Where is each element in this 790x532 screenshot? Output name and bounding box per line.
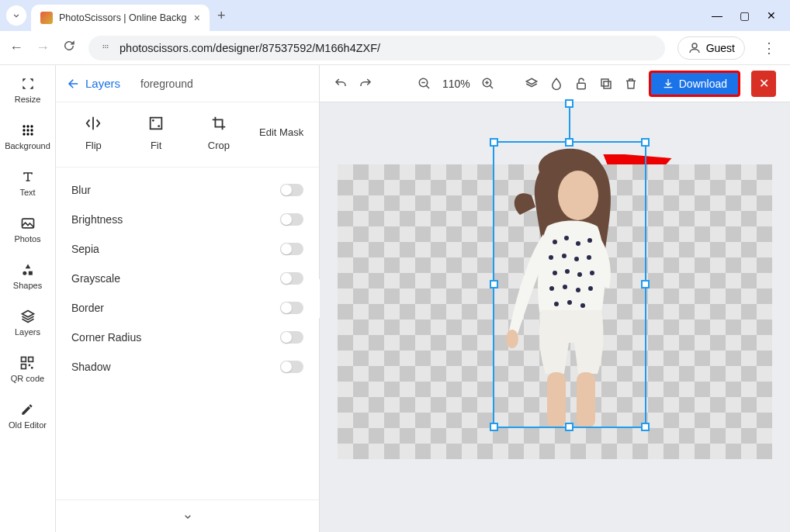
- iconbar-qrcode[interactable]: QR code: [11, 355, 44, 383]
- shapes-icon: [20, 262, 36, 278]
- tool-flip[interactable]: Flip: [68, 115, 118, 151]
- toggle-grayscale[interactable]: [280, 272, 303, 285]
- profile-button[interactable]: Guest: [677, 36, 745, 60]
- toggle-brightness[interactable]: [280, 213, 303, 226]
- panel-expand-button[interactable]: [56, 499, 319, 532]
- text-icon: [20, 169, 36, 185]
- droplet-icon: [549, 77, 563, 91]
- trash-icon: [624, 77, 638, 91]
- browser-tab[interactable]: PhotoScissors | Online Backg ×: [31, 5, 210, 31]
- iconbar-text[interactable]: Text: [19, 169, 35, 197]
- redo-button[interactable]: [359, 77, 372, 91]
- new-tab-button[interactable]: +: [217, 8, 226, 24]
- zoom-out-icon: [418, 77, 431, 91]
- tool-crop[interactable]: Crop: [194, 115, 244, 151]
- reload-icon: [62, 39, 76, 53]
- close-icon[interactable]: ×: [194, 12, 200, 24]
- chevron-down-icon: [182, 510, 194, 523]
- maximize-button[interactable]: ▢: [740, 9, 750, 22]
- back-button[interactable]: ←: [9, 40, 23, 56]
- canvas-toolbar: 110% Download ✕: [320, 65, 790, 102]
- svg-point-19: [152, 119, 154, 122]
- duplicate-button[interactable]: [599, 77, 613, 91]
- resize-handle-tr[interactable]: [641, 138, 650, 147]
- svg-point-1: [23, 125, 25, 127]
- tab-title: PhotoScissors | Online Backg: [59, 12, 188, 23]
- iconbar-background[interactable]: Background: [5, 123, 50, 150]
- iconbar-resize[interactable]: Resize: [15, 76, 41, 104]
- selection-box[interactable]: [493, 141, 646, 428]
- minimize-button[interactable]: —: [712, 9, 722, 22]
- arrow-left-icon: [67, 77, 81, 91]
- toggle-corner-radius[interactable]: [280, 331, 303, 344]
- svg-rect-15: [22, 364, 26, 369]
- svg-point-3: [30, 125, 33, 127]
- resize-handle-bm[interactable]: [565, 423, 573, 431]
- svg-point-6: [30, 129, 33, 131]
- svg-point-0: [692, 43, 697, 48]
- grid-icon: [20, 123, 36, 138]
- browser-address-bar: ← → photoscissors.com/designer/87537592/…: [0, 31, 790, 65]
- image-icon: [20, 216, 36, 231]
- svg-point-8: [26, 133, 29, 135]
- close-editor-button[interactable]: ✕: [751, 71, 776, 97]
- resize-handle-tl[interactable]: [490, 138, 498, 147]
- resize-handle-br[interactable]: [641, 423, 650, 431]
- favicon-icon: [40, 12, 53, 24]
- iconbar-old-editor[interactable]: Old Editor: [9, 402, 47, 430]
- toggle-shadow[interactable]: [280, 361, 303, 373]
- canvas-checker[interactable]: [338, 164, 772, 459]
- opacity-button[interactable]: [549, 77, 563, 91]
- adjust-brightness: Brightness: [71, 205, 303, 234]
- svg-rect-17: [31, 367, 33, 369]
- rotate-handle[interactable]: [565, 99, 573, 108]
- svg-rect-12: [28, 271, 32, 275]
- undo-button[interactable]: [334, 77, 348, 91]
- forward-button[interactable]: →: [36, 40, 50, 56]
- url-input[interactable]: photoscissors.com/designer/87537592/M166…: [88, 36, 665, 60]
- svg-rect-14: [29, 358, 33, 362]
- resize-handle-bl[interactable]: [490, 423, 498, 431]
- back-to-layers-link[interactable]: Layers: [67, 77, 120, 91]
- download-icon: [662, 78, 674, 90]
- resize-icon: [20, 76, 36, 92]
- svg-rect-25: [601, 79, 608, 86]
- redo-icon: [359, 77, 372, 91]
- zoom-in-button[interactable]: [481, 77, 495, 91]
- svg-rect-13: [22, 358, 26, 362]
- crop-icon: [210, 115, 227, 132]
- chevron-down-icon: [11, 10, 22, 21]
- svg-rect-18: [151, 118, 162, 130]
- iconbar-layers[interactable]: Layers: [15, 309, 40, 337]
- close-window-button[interactable]: ✕: [767, 9, 776, 22]
- svg-rect-24: [604, 81, 611, 88]
- adjust-corner-radius: Corner Radius: [71, 323, 303, 352]
- site-settings-icon[interactable]: [99, 40, 112, 55]
- tool-edit-mask[interactable]: Edit Mask: [257, 115, 307, 151]
- properties-panel: Layers foreground Flip Fit Crop Edit Mas…: [56, 65, 320, 532]
- zoom-out-button[interactable]: [418, 77, 431, 91]
- undo-icon: [334, 77, 348, 91]
- zoom-level: 110%: [442, 78, 470, 90]
- svg-point-9: [30, 133, 33, 135]
- iconbar-photos[interactable]: Photos: [14, 216, 40, 244]
- resize-handle-mr[interactable]: [641, 280, 650, 288]
- tab-search-button[interactable]: [6, 5, 26, 26]
- svg-point-7: [23, 133, 25, 135]
- lock-button[interactable]: [574, 77, 588, 91]
- download-button[interactable]: Download: [649, 71, 740, 97]
- iconbar-shapes[interactable]: Shapes: [13, 262, 42, 290]
- resize-handle-ml[interactable]: [490, 280, 498, 288]
- delete-button[interactable]: [624, 77, 638, 91]
- tool-fit[interactable]: Fit: [131, 115, 181, 151]
- guest-icon: [688, 41, 702, 55]
- layers-button[interactable]: [525, 77, 539, 91]
- toggle-sepia[interactable]: [280, 243, 303, 255]
- resize-handle-tm[interactable]: [565, 138, 573, 147]
- fit-icon: [147, 115, 165, 132]
- reload-button[interactable]: [62, 39, 76, 57]
- browser-menu-button[interactable]: ⋮: [757, 40, 781, 57]
- toggle-border[interactable]: [280, 302, 303, 314]
- svg-point-2: [26, 125, 29, 127]
- toggle-blur[interactable]: [280, 184, 303, 196]
